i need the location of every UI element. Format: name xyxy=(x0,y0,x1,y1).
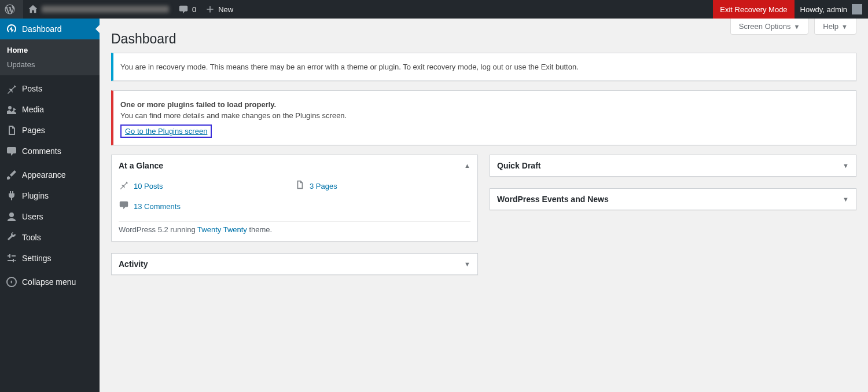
home-icon xyxy=(28,4,38,14)
wordpress-logo-icon xyxy=(5,4,15,14)
admin-menu: Dashboard Home Updates Posts Media Pages… xyxy=(0,19,100,392)
my-account-menu[interactable]: Howdy, admin xyxy=(795,0,868,19)
menu-posts[interactable]: Posts xyxy=(0,78,100,99)
widget-header[interactable]: WordPress Events and News ▼ xyxy=(490,189,856,210)
notice-detail: You can find more details and make chang… xyxy=(120,111,849,120)
comments-count: 0 xyxy=(192,5,196,14)
widget-events-news: WordPress Events and News ▼ xyxy=(490,188,856,210)
menu-pages[interactable]: Pages xyxy=(0,120,100,141)
dashboard-submenu: Home Updates xyxy=(0,39,100,75)
sliders-icon xyxy=(6,252,17,264)
screen-meta-links: Screen Options ▼ Help ▼ xyxy=(730,19,856,35)
comment-icon xyxy=(178,4,189,14)
admin-toolbar: 0 New Exit Recovery Mode Howdy, admin xyxy=(0,0,868,19)
caret-down-icon: ▼ xyxy=(843,162,849,169)
menu-appearance[interactable]: Appearance xyxy=(0,164,100,185)
help-toggle[interactable]: Help ▼ xyxy=(814,19,856,35)
pages-icon xyxy=(295,179,305,193)
menu-media[interactable]: Media xyxy=(0,99,100,120)
howdy-text: Howdy, admin xyxy=(800,5,847,14)
caret-down-icon: ▼ xyxy=(464,261,470,268)
theme-link[interactable]: Twenty Twenty xyxy=(197,225,247,234)
pages-count-link[interactable]: 3 Pages xyxy=(310,182,337,190)
menu-comments[interactable]: Comments xyxy=(0,141,100,162)
collapse-menu[interactable]: Collapse menu xyxy=(0,272,100,292)
avatar-icon xyxy=(852,4,862,14)
wp-version-info: WordPress 5.2 running Twenty Twenty them… xyxy=(119,221,470,234)
pin-icon xyxy=(119,179,129,193)
menu-plugins[interactable]: Plugins xyxy=(0,185,100,206)
wp-logo-menu[interactable] xyxy=(0,0,23,19)
collapse-icon xyxy=(6,276,17,288)
caret-down-icon: ▼ xyxy=(841,23,848,30)
user-icon xyxy=(6,211,17,222)
submenu-home[interactable]: Home xyxy=(0,43,100,57)
wrench-icon xyxy=(6,232,17,243)
comments-count-link[interactable]: 13 Comments xyxy=(134,202,181,211)
notice-plugin-error: One or more plugins failed to load prope… xyxy=(111,90,856,145)
posts-count-link[interactable]: 10 Posts xyxy=(134,182,163,190)
widget-header[interactable]: Quick Draft ▼ xyxy=(490,155,856,176)
screen-options-toggle[interactable]: Screen Options ▼ xyxy=(730,19,809,35)
dashboard-widgets: At a Glance ▲ 10 Posts 3 Pages xyxy=(111,155,856,287)
exit-recovery-mode-button[interactable]: Exit Recovery Mode xyxy=(713,0,794,19)
widget-activity: Activity ▼ xyxy=(111,253,478,275)
menu-tools[interactable]: Tools xyxy=(0,227,100,248)
widget-header[interactable]: At a Glance ▲ xyxy=(112,155,477,176)
pages-icon xyxy=(6,124,17,136)
media-icon xyxy=(6,104,17,115)
highlighted-link-box: Go to the Plugins screen xyxy=(120,124,212,138)
caret-up-icon: ▲ xyxy=(464,162,470,169)
go-to-plugins-link[interactable]: Go to the Plugins screen xyxy=(125,127,207,135)
widget-header[interactable]: Activity ▼ xyxy=(112,254,477,274)
new-label: New xyxy=(218,5,233,14)
submenu-updates[interactable]: Updates xyxy=(0,57,100,72)
menu-users[interactable]: Users xyxy=(0,206,100,227)
new-content-menu[interactable]: New xyxy=(201,0,238,19)
widget-at-a-glance: At a Glance ▲ 10 Posts 3 Pages xyxy=(111,155,478,241)
comments-icon xyxy=(6,145,17,157)
brush-icon xyxy=(6,169,17,181)
notice-recovery-mode: You are in recovery mode. This means the… xyxy=(111,53,856,81)
site-name-blurred xyxy=(42,6,169,13)
menu-settings[interactable]: Settings xyxy=(0,248,100,269)
menu-dashboard[interactable]: Dashboard xyxy=(0,19,100,39)
pin-icon xyxy=(6,83,17,94)
plus-icon xyxy=(205,5,215,14)
caret-down-icon: ▼ xyxy=(843,196,849,203)
notice-heading: One or more plugins failed to load prope… xyxy=(120,100,276,109)
site-name-menu[interactable] xyxy=(23,0,174,19)
main-content: Screen Options ▼ Help ▼ Dashboard You ar… xyxy=(100,19,868,392)
plug-icon xyxy=(6,190,17,202)
dashboard-icon xyxy=(6,23,17,35)
caret-down-icon: ▼ xyxy=(793,23,800,30)
notice-text: You are in recovery mode. This means the… xyxy=(120,63,849,71)
comments-menu[interactable]: 0 xyxy=(174,0,201,19)
widget-quick-draft: Quick Draft ▼ xyxy=(490,155,856,177)
comment-icon xyxy=(119,200,129,213)
